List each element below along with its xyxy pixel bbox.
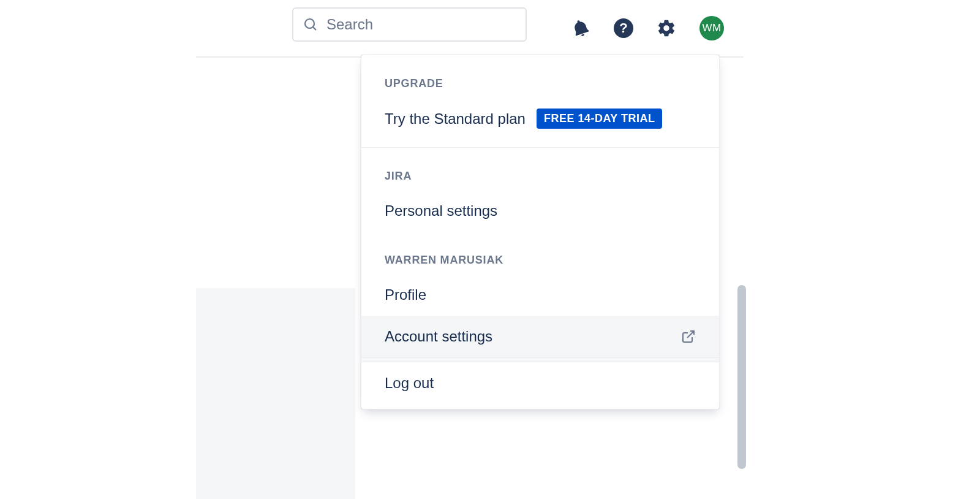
- avatar-initials: WM: [702, 22, 721, 34]
- scrollbar[interactable]: [737, 285, 746, 469]
- upgrade-section-header: UPGRADE: [361, 55, 719, 97]
- profile-item[interactable]: Profile: [361, 274, 719, 316]
- topbar: ? WM: [0, 0, 980, 56]
- help-button[interactable]: ?: [614, 18, 633, 38]
- user-menu-dropdown: UPGRADE Try the Standard plan FREE 14-DA…: [361, 55, 720, 409]
- trial-badge: FREE 14-DAY TRIAL: [537, 109, 663, 129]
- account-settings-label: Account settings: [385, 328, 492, 345]
- search-icon: [303, 17, 318, 32]
- upgrade-label: Try the Standard plan: [385, 110, 526, 128]
- try-standard-plan-item[interactable]: Try the Standard plan FREE 14-DAY TRIAL: [361, 97, 719, 147]
- logout-label: Log out: [385, 375, 434, 392]
- topbar-icons: ? WM: [571, 16, 724, 40]
- account-settings-item[interactable]: Account settings: [361, 316, 719, 357]
- gear-icon: [657, 18, 676, 38]
- avatar[interactable]: WM: [699, 16, 724, 40]
- help-icon: ?: [614, 18, 633, 38]
- search-input[interactable]: [326, 16, 516, 33]
- personal-settings-label: Personal settings: [385, 202, 497, 219]
- scrollbar-thumb[interactable]: [737, 285, 746, 469]
- side-panel: [196, 288, 355, 499]
- bell-icon: [571, 18, 590, 38]
- settings-button[interactable]: [657, 18, 676, 38]
- profile-label: Profile: [385, 286, 426, 303]
- external-link-icon: [681, 329, 696, 344]
- svg-line-2: [687, 331, 694, 338]
- notifications-button[interactable]: [571, 18, 590, 38]
- personal-settings-item[interactable]: Personal settings: [361, 190, 719, 232]
- user-section-header: WARREN MARUSIAK: [361, 232, 719, 274]
- divider: [361, 357, 719, 362]
- svg-line-1: [313, 27, 316, 30]
- jira-section-header: JIRA: [361, 148, 719, 190]
- search-box[interactable]: [292, 7, 527, 42]
- svg-point-0: [305, 19, 314, 28]
- logout-item[interactable]: Log out: [361, 362, 719, 404]
